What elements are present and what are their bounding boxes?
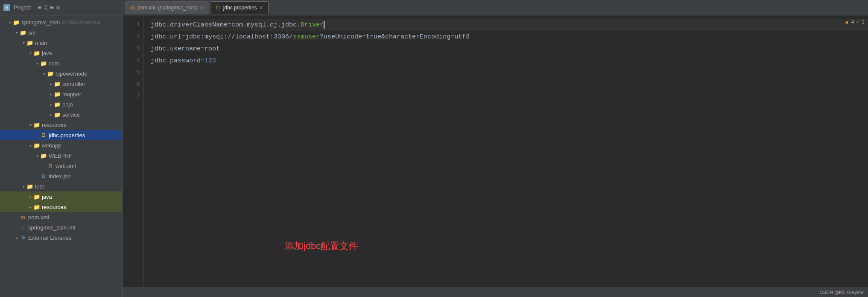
arrow-webapp xyxy=(27,143,33,148)
editor-content[interactable]: 1 2 3 4 5 6 7 jdbc.driverClassName=com.m… xyxy=(123,15,868,287)
check-count: 1 xyxy=(862,19,865,25)
sidebar-item-resources[interactable]: 📁 resources xyxy=(0,120,122,130)
icon-collapse[interactable]: ⊟ xyxy=(50,4,53,11)
cursor xyxy=(324,21,324,29)
line4-content: jdbc.password= xyxy=(151,57,205,65)
sidebar-item-pojo[interactable]: 📁 pojo xyxy=(0,99,122,109)
line2-db: ssmuser xyxy=(293,33,320,41)
project-icon: ▤ xyxy=(3,4,10,11)
path-springmvc: E:\IDEA\Projects\s xyxy=(61,20,100,25)
icon-tree[interactable]: ≣ xyxy=(44,4,47,11)
sidebar-item-webapp[interactable]: 📁 webapp xyxy=(0,140,122,150)
arrow-bjpowernode xyxy=(41,71,47,76)
status-bar: CSDN @KK-Greyson xyxy=(123,287,868,297)
main-area: 📁 springmvc_ssm E:\IDEA\Projects\s 📁 src… xyxy=(0,15,868,297)
editor-area: 1 2 3 4 5 6 7 jdbc.driverClassName=com.m… xyxy=(123,15,868,297)
label-bjpowernode: bjpowernode xyxy=(56,71,87,77)
arrow-external-libs xyxy=(14,235,20,240)
label-test-java: java xyxy=(42,194,52,200)
folder-icon-resources: 📁 xyxy=(33,121,40,128)
label-main: main xyxy=(35,40,47,46)
sidebar-item-jdbc-properties[interactable]: 🗒 jdbc.properties xyxy=(0,130,122,140)
label-resources: resources xyxy=(42,122,66,128)
label-index-jsp: index.jsp xyxy=(49,173,70,179)
tab-pom-label: pom.xml (springmvc_ssm) xyxy=(137,5,197,11)
label-java: java xyxy=(42,50,52,56)
folder-icon-bjpowernode: 📁 xyxy=(47,70,54,77)
code-line-4: jdbc.password=123 xyxy=(151,55,868,67)
line4-num: 123 xyxy=(205,57,216,65)
icon-settings[interactable]: ⚙ xyxy=(56,4,60,11)
folder-icon-springmvc: 📁 xyxy=(13,19,20,26)
file-icon-springmvc-iml: ◇ xyxy=(20,224,26,231)
sidebar-item-main[interactable]: 📁 main xyxy=(0,38,122,48)
folder-icon-test-resources: 📁 xyxy=(33,203,40,210)
sidebar-item-java[interactable]: 📁 java xyxy=(0,48,122,58)
line2-params: ?useUnicode=true&characterEncoding=utf8 xyxy=(320,33,470,41)
icon-list[interactable]: ≡ xyxy=(38,4,41,11)
tab-bar: m pom.xml (springmvc_ssm) ✕ 🗒 jdbc.prope… xyxy=(123,1,865,15)
sidebar-item-pom-xml[interactable]: m pom.xml xyxy=(0,212,122,222)
label-web-xml: web.xml xyxy=(56,163,76,169)
sidebar-item-web-inf[interactable]: 📁 WEB-INF xyxy=(0,150,122,161)
tab-pom-close[interactable]: ✕ xyxy=(200,5,204,11)
label-com: com xyxy=(49,60,59,67)
sidebar-item-springmvc-ssm[interactable]: 📁 springmvc_ssm E:\IDEA\Projects\s xyxy=(0,17,122,27)
checkmark-icon: ✓ xyxy=(856,19,860,25)
warning-count: 4 xyxy=(851,19,854,25)
sidebar-item-com[interactable]: 📁 com xyxy=(0,58,122,68)
warning-icon: ▲ xyxy=(845,19,850,25)
file-icon-pom-xml: m xyxy=(20,214,26,221)
tab-jdbc-label: jdbc.properties xyxy=(223,5,257,11)
label-service: service xyxy=(62,112,80,118)
sidebar-item-springmvc-iml[interactable]: ◇ springmvc_ssm.iml xyxy=(0,222,122,232)
gutter-warn: ▲ 4 ✓ 1 xyxy=(845,19,865,25)
icon-minimize[interactable]: — xyxy=(62,4,66,11)
folder-icon-external-libs: ⚙ xyxy=(20,234,26,241)
tab-jdbc-close[interactable]: ✕ xyxy=(259,5,263,11)
label-springmvc: springmvc_ssm xyxy=(21,19,60,26)
line1-driver: Driver xyxy=(301,21,324,29)
line1-key: jdbc.driverClassName=com.mysql.cj.jdbc. xyxy=(151,21,301,29)
title-bar-icons: ≡ ≣ ⊟ ⚙ — xyxy=(38,4,66,11)
jdbc-icon: 🗒 xyxy=(216,5,221,11)
folder-icon-pojo: 📁 xyxy=(54,101,61,108)
code-line-7 xyxy=(151,91,868,103)
sidebar-item-mapper[interactable]: 📁 mapper xyxy=(0,89,122,99)
file-icon-jdbc-props: 🗒 xyxy=(40,132,47,138)
annotation-text: 添加jdbc配置文件 xyxy=(285,241,358,251)
sidebar: 📁 springmvc_ssm E:\IDEA\Projects\s 📁 src… xyxy=(0,15,123,297)
sidebar-item-src[interactable]: 📁 src xyxy=(0,27,122,38)
arrow-resources xyxy=(27,123,33,127)
pom-icon: m xyxy=(130,5,135,11)
code-area[interactable]: jdbc.driverClassName=com.mysql.cj.jdbc.D… xyxy=(144,15,868,287)
sidebar-item-test-java[interactable]: 📁 java xyxy=(0,191,122,202)
title-bar-left: ▤ Project ≡ ≣ ⊟ ⚙ — xyxy=(3,4,123,11)
label-external-libs: External Libraries xyxy=(28,235,71,241)
status-right: CSDN @KK-Greyson xyxy=(820,290,865,295)
sidebar-item-bjpowernode[interactable]: 📁 bjpowernode xyxy=(0,68,122,79)
label-pom-xml: pom.xml xyxy=(28,214,49,221)
sidebar-item-external-libs[interactable]: ⚙ External Libraries xyxy=(0,232,122,243)
code-line-5 xyxy=(151,67,868,79)
arrow-test xyxy=(20,184,26,189)
label-test: test xyxy=(35,183,44,190)
arrow-main xyxy=(20,41,26,45)
folder-icon-web-inf: 📁 xyxy=(40,152,47,159)
editor-annotation: 添加jdbc配置文件 xyxy=(285,240,358,253)
label-test-resources: resources xyxy=(42,204,66,210)
sidebar-item-test-resources[interactable]: 📁 resources xyxy=(0,202,122,212)
sidebar-item-service[interactable]: 📁 service xyxy=(0,109,122,120)
arrow-controller xyxy=(48,82,54,86)
arrow-com xyxy=(34,61,40,66)
code-line-3: jdbc.username=root xyxy=(151,43,868,55)
file-icon-index-jsp: 🗒 xyxy=(40,173,47,179)
arrow-test-resources xyxy=(27,205,33,209)
sidebar-item-index-jsp[interactable]: 🗒 index.jsp xyxy=(0,171,122,181)
folder-icon-webapp: 📁 xyxy=(33,142,40,149)
tab-pom[interactable]: m pom.xml (springmvc_ssm) ✕ xyxy=(125,1,209,14)
sidebar-item-web-xml[interactable]: 🗒 web.xml xyxy=(0,161,122,171)
sidebar-item-controller[interactable]: 📁 controller xyxy=(0,79,122,89)
tab-jdbc[interactable]: 🗒 jdbc.properties ✕ xyxy=(210,1,269,14)
sidebar-item-test[interactable]: 📁 test xyxy=(0,181,122,191)
